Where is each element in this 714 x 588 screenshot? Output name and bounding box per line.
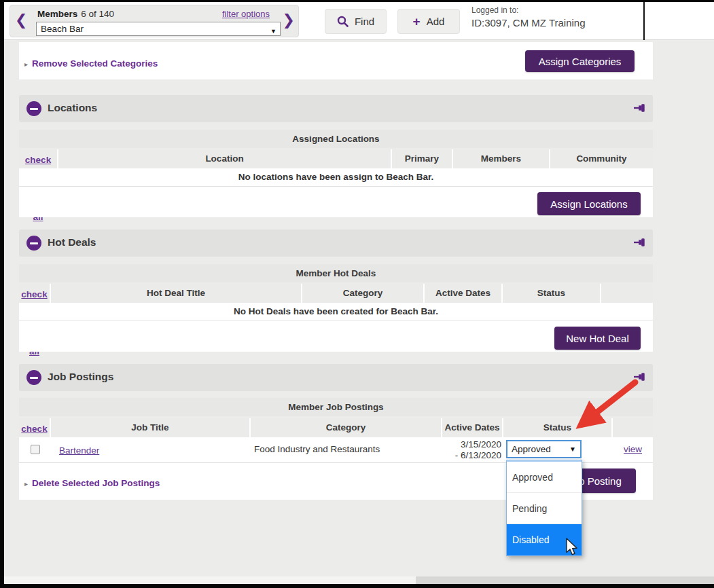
active-date-end: - 6/13/2020 [455, 450, 501, 460]
hot-deals-title: Hot Deals [48, 236, 96, 249]
locations-table-caption: Assigned Locations [19, 130, 653, 148]
locations-col-primary: Primary [392, 149, 453, 168]
hot-deals-col-actions [601, 284, 653, 303]
locations-empty-message: No locations have been assign to Beach B… [19, 168, 653, 187]
locations-section-header: Locations [19, 95, 653, 122]
pin-icon[interactable] [634, 371, 646, 382]
members-count: 6 of 140 [81, 9, 114, 19]
pin-icon[interactable] [634, 237, 646, 248]
row-job-title-cell: Bartender [51, 437, 251, 463]
member-navigator: ❮ Members6 of 140 filter options Beach B… [10, 5, 299, 37]
job-postings-section-header: Job Postings [19, 364, 653, 391]
hot-deals-col-title: Hot Deal Title [51, 284, 302, 303]
row-checkbox-cell [19, 437, 51, 463]
hot-deals-checkall-cell: check all uncheck all [19, 284, 51, 303]
locations-col-location: Location [58, 149, 392, 168]
assign-locations-button[interactable]: Assign Locations [537, 192, 641, 215]
member-select[interactable]: Beach Bar▼ [36, 22, 281, 36]
logged-in-label: Logged in to: [471, 5, 586, 15]
logged-in-value: ID:3097, CM MZ Training [471, 17, 586, 29]
add-button-label: Add [427, 16, 445, 27]
status-option-disabled[interactable]: Disabled [507, 524, 582, 555]
categories-panel: ▸Remove Selected Categories Assign Categ… [19, 42, 653, 79]
hot-deals-col-active-dates: Active Dates [425, 284, 503, 303]
filter-options-link[interactable]: filter options [222, 9, 270, 19]
find-button-label: Find [355, 16, 374, 27]
scrollbar-thumb[interactable] [416, 576, 714, 584]
collapse-icon[interactable] [26, 101, 41, 116]
status-dropdown-list: Approved Pending Disabled [506, 460, 582, 556]
assign-categories-button[interactable]: Assign Categories [525, 50, 635, 72]
bullet-icon: ▸ [24, 480, 28, 488]
job-postings-col-title: Job Title [51, 418, 251, 437]
add-button[interactable]: + Add [397, 9, 460, 34]
locations-col-members: Members [453, 149, 550, 168]
active-date-start: 3/15/2020 [461, 439, 501, 449]
find-button[interactable]: Find [325, 9, 387, 34]
locations-col-community: Community [550, 149, 653, 168]
delete-selected-job-postings-link[interactable]: ▸Delete Selected Job Postings [24, 478, 160, 488]
plus-icon: + [413, 15, 421, 28]
top-header: ❮ Members6 of 140 filter options Beach B… [4, 2, 714, 40]
job-postings-title: Job Postings [48, 371, 113, 383]
locations-title: Locations [48, 102, 97, 114]
status-option-pending[interactable]: Pending [507, 493, 582, 524]
row-checkbox[interactable] [31, 445, 40, 454]
next-member-button[interactable]: ❯ [283, 12, 295, 29]
members-counter: Members6 of 140 [37, 9, 114, 19]
hot-deals-col-status: Status [503, 284, 601, 303]
delete-selected-job-postings-label: Delete Selected Job Postings [32, 478, 160, 488]
remove-selected-categories-link[interactable]: ▸Remove Selected Categories [24, 58, 158, 69]
hot-deals-table-caption: Member Hot Deals [19, 264, 653, 282]
status-select[interactable]: Approved▼ [506, 440, 582, 458]
job-postings-col-status: Status [503, 418, 613, 437]
hot-deals-empty-message: No Hot Deals have been created for Beach… [19, 303, 653, 320]
chevron-down-icon: ▼ [270, 25, 276, 38]
pin-icon[interactable] [634, 103, 646, 113]
row-active-dates-cell: 3/15/2020- 6/13/2020 [442, 437, 503, 463]
hot-deals-col-category: Category [302, 284, 425, 303]
status-option-approved[interactable]: Approved [507, 462, 582, 493]
remove-selected-categories-label: Remove Selected Categories [32, 58, 158, 69]
app-canvas: ❮ Members6 of 140 filter options Beach B… [4, 2, 714, 584]
view-link[interactable]: view [613, 444, 653, 454]
collapse-icon[interactable] [26, 370, 41, 385]
job-postings-table-caption: Member Job Postings [19, 398, 653, 416]
members-label: Members [37, 9, 77, 19]
chevron-down-icon: ▼ [569, 445, 576, 453]
new-hot-deal-label: New Hot Deal [566, 333, 629, 344]
bullet-icon: ▸ [24, 60, 28, 68]
search-icon [337, 16, 349, 27]
assign-locations-label: Assign Locations [550, 198, 627, 210]
locations-checkall-cell: check all uncheck all [19, 149, 58, 168]
status-select-value: Approved [512, 444, 551, 454]
assign-categories-label: Assign Categories [539, 56, 622, 67]
row-view-cell: view [613, 437, 653, 463]
hot-deals-table-header: check all uncheck all Hot Deal Title Cat… [19, 284, 653, 303]
hot-deals-button-row: New Hot Deal [19, 320, 653, 352]
new-hot-deal-button[interactable]: New Hot Deal [554, 327, 641, 350]
job-postings-col-category: Category [251, 418, 442, 437]
logged-in-info: Logged in to: ID:3097, CM MZ Training [471, 5, 586, 29]
member-select-value: Beach Bar [41, 24, 84, 34]
horizontal-scrollbar [4, 576, 714, 584]
row-category-cell: Food Industry and Restaurants [251, 437, 442, 463]
job-postings-checkall-cell: check all uncheck all [19, 418, 51, 437]
previous-member-button[interactable]: ❮ [15, 12, 27, 29]
job-postings-col-active-dates: Active Dates [442, 418, 503, 437]
job-postings-col-view [613, 418, 653, 437]
hot-deals-section-header: Hot Deals [19, 229, 653, 257]
job-postings-table-header: check all uncheck all Job Title Category… [19, 418, 653, 437]
collapse-icon[interactable] [26, 236, 41, 251]
locations-button-row: Assign Locations [19, 187, 653, 217]
job-title-link[interactable]: Bartender [59, 445, 99, 456]
header-divider [643, 2, 645, 40]
locations-table-header: check all uncheck all Location Primary M… [19, 149, 653, 168]
